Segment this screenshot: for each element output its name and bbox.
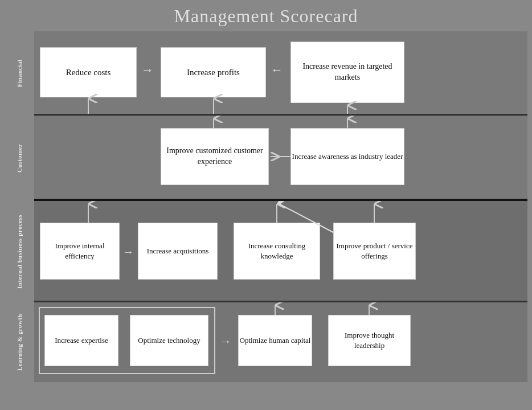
band-financial: Reduce costs → Increase profits ← Increa… [34,31,527,116]
band-learning: Increase expertise Optimize technology →… [34,302,527,382]
grid-area: Reduce costs → Increase profits ← Increa… [34,31,527,405]
card-improve-internal: Improve internal efficiency [40,223,120,280]
arrow-right-1: → [141,63,154,77]
arrow-right-internal: → [122,245,134,259]
card-increase-revenue: Increase revenue in targeted markets [290,42,404,103]
label-learning: Learning & growth [5,302,34,382]
svg-customer [34,116,527,199]
page-title: Management Scorecard [0,0,532,31]
card-increase-expertise: Increase expertise [44,315,118,366]
card-increase-profits: Increase profits [161,47,266,97]
card-optimize-human: Optimize human capital [238,315,312,366]
card-improve-customer: Improve customized customer experience [161,128,269,185]
arrow-left-1: ← [271,63,283,77]
card-increase-consulting: Increase consulting knowledge [234,223,320,280]
arrow-right-learning: → [220,335,231,348]
label-customer: Customer [5,116,34,201]
card-improve-product: Improve product / service offerings [333,223,416,280]
label-financial: Financial [5,31,34,116]
card-increase-awareness: Increase awareness as industry leader [290,128,404,185]
card-improve-thought: Improve thought leadership [328,315,411,366]
band-customer: Improve customized customer experience I… [34,116,527,201]
card-optimize-technology: Optimize technology [130,315,208,366]
band-internal: Improve internal efficiency → Increase a… [34,201,527,302]
card-increase-acquisitions: Increase acquisitions [138,223,218,280]
page-container: Management Scorecard Financial Customer … [0,0,532,410]
scorecard-body: Financial Customer Internal business pro… [5,31,527,405]
card-reduce-costs: Reduce costs [40,47,137,97]
row-labels: Financial Customer Internal business pro… [5,31,34,405]
label-internal: Internal business process [5,201,34,302]
